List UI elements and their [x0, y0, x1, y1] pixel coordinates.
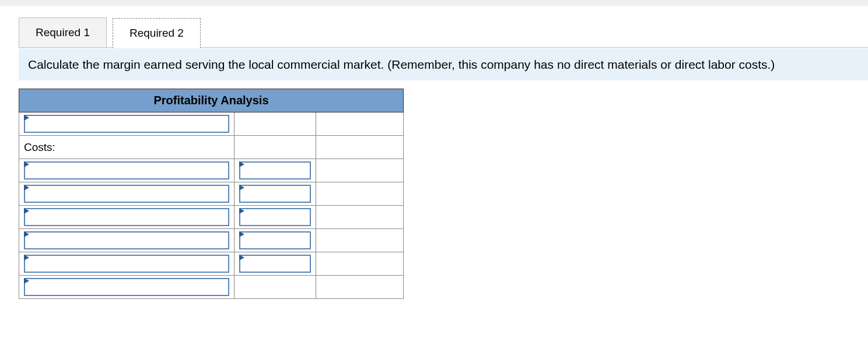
row4-amt-dropdown[interactable]: [239, 185, 311, 203]
row2-col-c[interactable]: [316, 136, 404, 159]
table-row: [19, 112, 404, 136]
row1-col-b[interactable]: [235, 112, 316, 136]
table-row: [19, 229, 404, 252]
table-row: [19, 252, 404, 276]
tab-label: Required 1: [36, 26, 90, 38]
table-title-cell: Profitability Analysis: [19, 89, 404, 112]
instructions-banner: Calculate the margin earned serving the …: [19, 48, 868, 80]
table-row: [19, 206, 404, 229]
table-row: [19, 159, 404, 182]
row5-col-c[interactable]: [316, 206, 404, 229]
row3-amt-dropdown[interactable]: [239, 161, 311, 179]
row5-desc-dropdown[interactable]: [24, 208, 229, 226]
instructions-text: Calculate the margin earned serving the …: [28, 58, 775, 71]
row6-amt-dropdown[interactable]: [239, 231, 311, 249]
table-row: [19, 182, 404, 206]
row8-desc-dropdown[interactable]: [24, 278, 229, 296]
table-row: Costs:: [19, 136, 404, 159]
row4-desc-dropdown[interactable]: [24, 185, 229, 203]
row7-desc-dropdown[interactable]: [24, 255, 229, 273]
table-title: Profitability Analysis: [153, 94, 268, 107]
row8-col-c[interactable]: [316, 276, 404, 299]
tab-label: Required 2: [130, 27, 184, 39]
tab-required-2[interactable]: Required 2: [113, 18, 201, 48]
row8-col-b[interactable]: [235, 276, 316, 299]
row1-desc-dropdown[interactable]: [24, 115, 229, 133]
row4-col-c[interactable]: [316, 182, 404, 206]
tabs-row: Required 1 Required 2: [19, 17, 868, 48]
table-row: [19, 276, 404, 299]
top-strip: [0, 0, 868, 6]
row7-amt-dropdown[interactable]: [239, 255, 311, 273]
costs-label: Costs:: [24, 141, 55, 153]
row6-col-c[interactable]: [316, 229, 404, 252]
row5-amt-dropdown[interactable]: [239, 208, 311, 226]
row2-col-b[interactable]: [235, 136, 316, 159]
row7-col-c[interactable]: [316, 252, 404, 276]
row3-desc-dropdown[interactable]: [24, 161, 229, 179]
row6-desc-dropdown[interactable]: [24, 231, 229, 249]
row3-col-c[interactable]: [316, 159, 404, 182]
profitability-table: Profitability Analysis Costs:: [19, 89, 404, 299]
costs-label-cell: Costs:: [19, 136, 235, 159]
row1-col-c[interactable]: [316, 112, 404, 136]
tab-required-1[interactable]: Required 1: [19, 17, 107, 48]
